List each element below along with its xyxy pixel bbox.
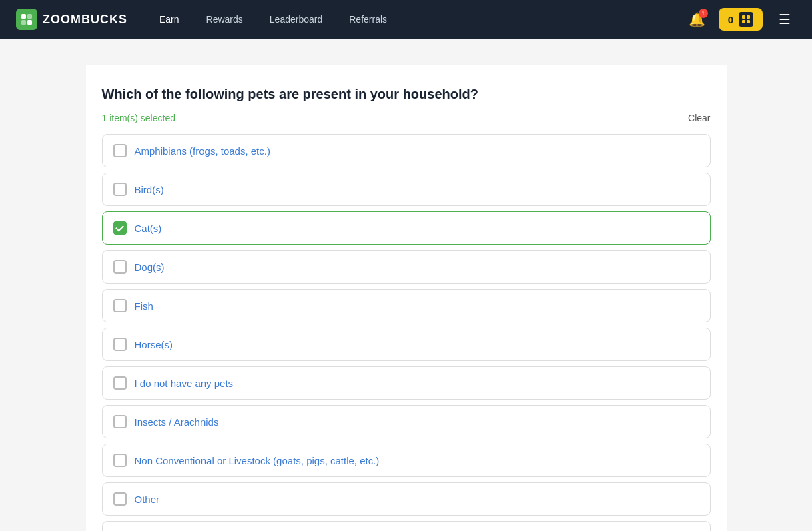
option-checkbox [113, 454, 127, 467]
option-item[interactable]: I do not have any pets [102, 366, 711, 400]
question-title: Which of the following pets are present … [102, 65, 711, 102]
svg-rect-7 [747, 20, 750, 23]
nav-rewards[interactable]: Rewards [195, 9, 254, 30]
nav-referrals[interactable]: Referrals [338, 9, 398, 30]
svg-rect-1 [27, 14, 32, 19]
svg-rect-3 [27, 20, 32, 25]
option-label: Non Conventional or Livestock (goats, pi… [135, 455, 380, 466]
svg-rect-0 [21, 14, 26, 19]
option-label: Dog(s) [135, 261, 165, 273]
option-label: Fish [135, 300, 153, 312]
selection-info: 1 item(s) selected Clear [102, 113, 711, 123]
option-label: I do not have any pets [135, 378, 234, 389]
clear-button[interactable]: Clear [688, 113, 710, 123]
option-checkbox [113, 299, 127, 312]
option-checkbox [113, 221, 127, 235]
option-checkbox [113, 415, 127, 428]
option-checkbox [113, 144, 127, 157]
svg-rect-2 [21, 20, 26, 25]
logo-text: ZOOMBUCKS [43, 13, 127, 27]
logo-icon [16, 9, 37, 30]
option-label: Horse(s) [135, 339, 173, 350]
option-checkbox [113, 338, 127, 351]
logo[interactable]: ZOOMBUCKS [16, 9, 127, 30]
notification-badge: 1 [699, 9, 708, 18]
option-item[interactable]: Fish [102, 289, 711, 322]
coins-button[interactable]: 0 [719, 8, 763, 31]
option-item[interactable]: Insects / Arachnids [102, 405, 711, 438]
option-checkbox [113, 376, 127, 390]
option-checkbox [113, 183, 127, 196]
nav-links: Earn Rewards Leaderboard Referrals [149, 9, 686, 30]
selected-count: 1 item(s) selected [102, 113, 175, 123]
svg-rect-5 [747, 15, 750, 19]
option-item[interactable]: Horse(s) [102, 328, 711, 361]
nav-right: 🔔 1 0 ☰ [686, 8, 796, 31]
option-item[interactable]: Non Conventional or Livestock (goats, pi… [102, 444, 711, 477]
options-list: Amphibians (frogs, toads, etc.)Bird(s)Ca… [102, 134, 711, 531]
option-item[interactable]: Bird(s) [102, 173, 711, 206]
option-item[interactable]: Amphibians (frogs, toads, etc.) [102, 134, 711, 167]
menu-button[interactable]: ☰ [773, 9, 796, 30]
option-label: Other [135, 494, 160, 505]
option-label: Bird(s) [135, 184, 164, 195]
option-label: Insects / Arachnids [135, 416, 219, 428]
nav-leaderboard[interactable]: Leaderboard [259, 9, 333, 30]
option-checkbox [113, 260, 127, 274]
svg-rect-6 [742, 20, 745, 23]
option-item[interactable]: Dog(s) [102, 250, 711, 284]
coins-icon [739, 12, 753, 27]
option-checkbox [113, 492, 127, 506]
option-item[interactable]: Other [102, 482, 711, 516]
main-content: Which of the following pets are present … [86, 65, 727, 531]
option-item[interactable]: Cat(s) [102, 211, 711, 245]
option-item[interactable]: Reptiles (turtles, snakes, lizards, etc.… [102, 521, 711, 531]
option-label: Cat(s) [135, 223, 162, 234]
nav-earn[interactable]: Earn [149, 9, 190, 30]
svg-rect-4 [742, 15, 745, 19]
notification-button[interactable]: 🔔 1 [686, 9, 708, 30]
navigation: ZOOMBUCKS Earn Rewards Leaderboard Refer… [0, 0, 812, 39]
coins-value: 0 [728, 14, 733, 25]
option-label: Amphibians (frogs, toads, etc.) [135, 145, 270, 157]
